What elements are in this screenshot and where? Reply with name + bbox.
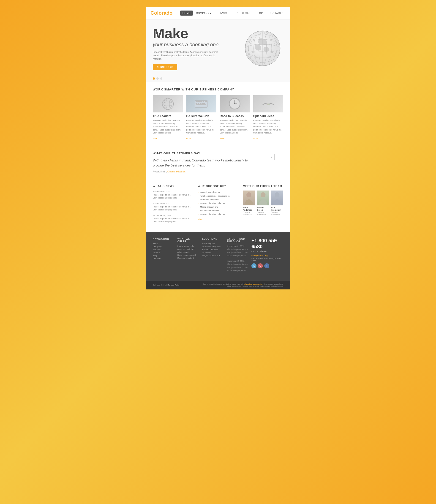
footer-offer-3[interactable]: Adipiscing elit [177, 251, 199, 253]
footer-nav-blog[interactable]: Blog [153, 254, 174, 257]
footer-bottom-link[interactable]: voluptatem accusantium [243, 283, 263, 285]
why-item-3: Diam nonummy nibh [198, 198, 238, 201]
footer-phone: +1 800 559 6580 [251, 238, 283, 250]
footer-offer-5[interactable]: Euismod tincidunt [177, 257, 199, 259]
footer-offer-1[interactable]: Lorem ipsum dolor [177, 245, 199, 247]
hero-headline-sub: your business a booming one [153, 42, 242, 48]
customers-content: WHAT OUR CUSTOMERS SAY With their client… [153, 152, 268, 173]
footer-grid: NAVIGATION Home Company Services Project… [153, 238, 283, 275]
card-title-1: True Leaders [153, 114, 183, 118]
card-more-1[interactable]: More [153, 137, 158, 139]
dot-2[interactable] [156, 77, 159, 80]
card-image-globe [153, 95, 183, 112]
why-title: WHY CHOOSE US? [198, 185, 238, 188]
card-image-clock [220, 95, 250, 112]
testimonial-prev-button[interactable]: ‹ [268, 154, 274, 160]
footer-solutions-5[interactable]: Magna aliquam erat [202, 254, 223, 257]
team-col: MEET OUR EXPERT TEAM John Anderson Praes… [243, 185, 283, 226]
team-name-3: Sam Kromstain [271, 207, 283, 211]
footer-offer-title: WHAT WE OFFER [177, 238, 199, 243]
svg-rect-23 [203, 101, 204, 102]
card-body-2: Praesent vestibulum molestie lacus. Aene… [186, 119, 216, 135]
why-item-5: Magna aliquam erat [198, 205, 238, 209]
work-smarter-section: WORK SMARTER WITH OUR BUSINESS COMPANY [146, 82, 290, 146]
footer-offer-2[interactable]: Amet consectetuer [177, 248, 199, 250]
svg-rect-25 [196, 103, 197, 104]
customers-title: WHAT OUR CUSTOMERS SAY [153, 152, 268, 155]
nav-blog[interactable]: BLOG [254, 10, 266, 16]
facebook-icon[interactable]: f [264, 263, 269, 268]
footer-blog-text-1: Phasellus porta. Fusce suscipit varius m… [227, 248, 248, 257]
footer-nav-company[interactable]: Company [153, 245, 174, 248]
footer-solutions-4[interactable]: Ut laoreet [202, 252, 223, 254]
news-item-3: september 26, 2012 Phasellus porta. Fusc… [153, 214, 193, 224]
card-image-handshake [253, 95, 283, 112]
why-col: WHY CHOOSE US? Lorem ipsum dolor sit Ame… [198, 185, 238, 226]
customers-nav: ‹ › [268, 154, 283, 160]
nav-services[interactable]: SERVICES [215, 10, 233, 16]
news-item-2: november 02, 2012 Phasellus porta. Fusce… [153, 202, 193, 212]
why-list: Lorem ipsum dolor sit Amet consectetuer … [198, 190, 238, 216]
card-splendid-ideas: Splendid Ideas Praesent vestibulum moles… [253, 95, 283, 140]
dot-3[interactable] [160, 77, 162, 80]
card-body-3: Praesent vestibulum molestie lacus. Aene… [220, 119, 250, 135]
nav-contacts[interactable]: CONTACTS [266, 10, 286, 16]
footer-nav-contacts[interactable]: Contacts [153, 257, 174, 260]
footer-solutions-3[interactable]: Euismod tincidunt [202, 248, 223, 251]
svg-rect-20 [197, 101, 199, 102]
team-photo-1 [243, 190, 255, 205]
footer-nav-col: NAVIGATION Home Company Services Project… [153, 238, 174, 275]
nav-projects[interactable]: PROJECTS [234, 10, 253, 16]
card-road-success: Road to Success Praesent vestibulum mole… [220, 95, 250, 140]
footer-nav-home[interactable]: Home [153, 243, 174, 245]
footer-offer-4[interactable]: Diam nonummy nibh [177, 254, 199, 256]
footer-solutions-2[interactable]: Diam nonummy nibh [202, 245, 223, 248]
team-desc-1: Praesent vestibulum [243, 211, 255, 215]
footer-privacy-link[interactable]: Privacy Policy [168, 284, 180, 286]
dot-1[interactable] [153, 77, 155, 80]
footer-phone-label: Call Us Toll Free [251, 250, 283, 252]
card-more-2[interactable]: More [186, 137, 191, 139]
team-desc-3: Praesent vestibulum [271, 211, 283, 215]
header: Colorado HOME COMPANY SERVICES PROJECTS … [146, 7, 290, 19]
footer-solutions-1[interactable]: Adipiscing elit [202, 243, 223, 245]
card-body-4: Praesent vestibulum molestie lacus. Aene… [253, 119, 283, 135]
hero-cta-button[interactable]: CLICK HERE [153, 64, 177, 70]
svg-rect-29 [203, 103, 205, 104]
svg-point-37 [267, 104, 270, 105]
footer-blog-text-2: Phasellus porta. Fusce suscipit varius m… [227, 263, 248, 272]
google-icon[interactable]: G [258, 263, 263, 268]
footer-nav-title: NAVIGATION [153, 238, 174, 240]
footer-nav-services[interactable]: Services [153, 248, 174, 251]
team-grid: John Anderson Praesent vestibulum Branda… [243, 190, 283, 215]
nav-company[interactable]: COMPANY [194, 10, 214, 16]
svg-point-39 [261, 192, 265, 197]
cards-grid: True Leaders Praesent vestibulum molesti… [153, 95, 283, 140]
footer-blog-col: LATEST FROM THE BLOG december 01, 2012 P… [227, 238, 248, 275]
footer-solutions-title: SOLUTIONS [202, 238, 223, 240]
footer-nav-links: Home Company Services Projects Blog Cont… [153, 243, 174, 260]
why-item-6: Volutpat ut wisl enim [198, 209, 238, 213]
why-more-link[interactable]: More [198, 218, 238, 220]
footer-nav-projects[interactable]: Projects [153, 252, 174, 254]
card-title-4: Splendid Ideas [253, 114, 283, 118]
card-more-3[interactable]: More [220, 137, 225, 139]
svg-rect-30 [196, 104, 206, 105]
card-body-1: Praesent vestibulum molestie lacus. Aene… [153, 119, 183, 135]
svg-rect-21 [199, 101, 200, 102]
hero-text: Make your business a booming one Praesen… [153, 26, 242, 70]
twitter-icon[interactable]: 𝕏 [251, 263, 256, 268]
testimonial-company-link[interactable]: Chrono Industries. [167, 170, 186, 173]
main-nav: HOME COMPANY SERVICES PROJECTS BLOG CONT… [180, 10, 286, 16]
logo[interactable]: Colorado [150, 10, 173, 16]
footer-email-link[interactable]: mail@domain.org [251, 254, 283, 257]
hero-body: Praesent vestibulum molestie lacus. Aene… [153, 50, 221, 61]
nav-home[interactable]: HOME [180, 10, 193, 16]
svg-rect-28 [201, 103, 203, 104]
news-text-2: Phasellus porta. Fusce suscipit varius m… [153, 205, 193, 212]
testimonial-next-button[interactable]: › [277, 154, 283, 160]
svg-rect-26 [198, 103, 199, 104]
footer-solutions-col: SOLUTIONS Adipiscing elit Diam nonummy n… [202, 238, 223, 275]
footer-blog-item-1: december 01, 2012 Phasellus porta. Fusce… [227, 245, 248, 257]
card-more-4[interactable]: More [253, 137, 258, 139]
